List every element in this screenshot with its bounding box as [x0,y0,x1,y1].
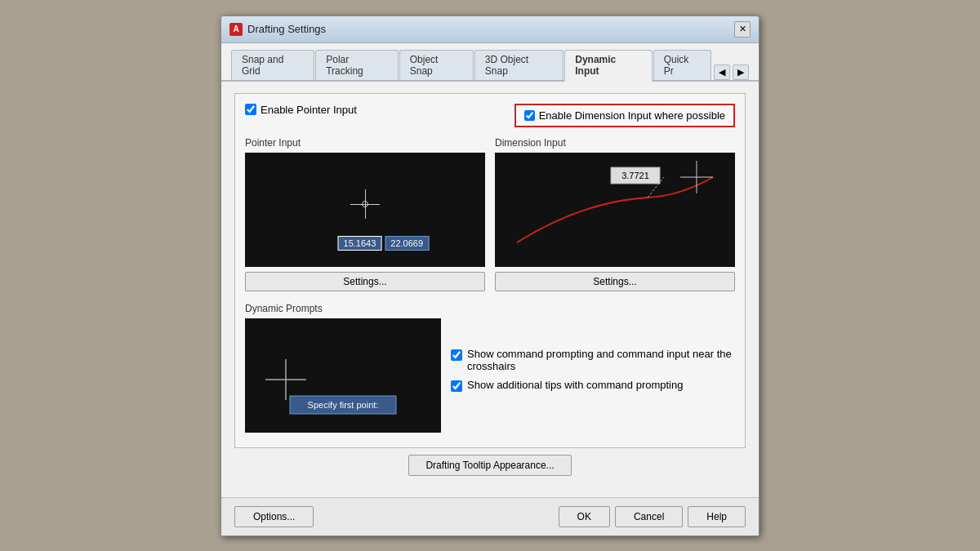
tab-object-snap[interactable]: Object Snap [399,50,474,80]
tab-next-button[interactable]: ▶ [733,64,749,80]
tooltip-btn-row: Drafting Tooltip Appearance... [234,455,746,476]
prompts-svg: Specify first point: [245,318,441,433]
dynamic-prompts-panel: Dynamic Prompts Specify first point: [245,303,441,438]
svg-text:3.7721: 3.7721 [621,171,649,180]
input-panels: Pointer Input 15.1643 22.0669 Settings..… [245,137,735,291]
tab-quick-pr[interactable]: Quick Pr [653,50,711,80]
title-bar: A Drafting Settings ✕ [221,16,759,43]
dialog-body: Enable Pointer Input Enable Dimension In… [221,82,759,497]
help-button[interactable]: Help [688,506,746,527]
dimension-input-panel: Dimension Input [495,137,735,291]
show-command-prompting-checkbox[interactable] [451,349,462,361]
show-command-prompting-label[interactable]: Show command prompting and command input… [451,348,735,372]
tab-prev-button[interactable]: ◀ [714,64,730,80]
svg-text:Specify first point:: Specify first point: [308,400,379,410]
dynamic-prompts-label: Dynamic Prompts [245,303,441,314]
show-additional-tips-text: Show additional tips with command prompt… [467,379,683,391]
coord-box-1: 15.1643 [338,236,382,251]
close-button[interactable]: ✕ [734,21,751,38]
tab-3d-object-snap[interactable]: 3D Object Snap [474,50,564,80]
tab-bar: Snap and Grid Polar Tracking Object Snap… [221,43,759,82]
pointer-settings-button[interactable]: Settings... [245,272,485,291]
dynamic-prompts-section: Dynamic Prompts Specify first point: [245,303,735,438]
inner-content: Enable Pointer Input Enable Dimension In… [234,93,746,448]
enable-dimension-checkbox[interactable] [524,110,535,121]
dimension-settings-button[interactable]: Settings... [495,272,735,291]
dimension-input-preview: 3.7721 [495,153,735,267]
pointer-input-panel: Pointer Input 15.1643 22.0669 Settings..… [245,137,485,291]
drafting-tooltip-appearance-button[interactable]: Drafting Tooltip Appearance... [408,455,571,476]
window-title: Drafting Settings [247,23,326,35]
enable-pointer-text: Enable Pointer Input [261,104,357,116]
coord-box-2: 22.0669 [385,236,429,251]
dimension-input-label: Dimension Input [495,137,735,149]
show-additional-tips-checkbox[interactable] [451,380,462,392]
enable-pointer-checkbox[interactable] [245,104,256,115]
cancel-button[interactable]: Cancel [615,506,683,527]
enable-dimension-text: Enable Dimension Input where possible [539,109,725,122]
crosshair-circle [362,201,368,207]
top-checkboxes-row: Enable Pointer Input Enable Dimension In… [245,104,735,127]
tab-dynamic-input[interactable]: Dynamic Input [564,50,652,82]
dynamic-prompts-preview: Specify first point: [245,318,441,433]
prompt-options: Show command prompting and command input… [451,303,735,438]
tab-polar-tracking[interactable]: Polar Tracking [315,50,399,80]
title-bar-left: A Drafting Settings [229,23,326,36]
options-button[interactable]: Options... [234,506,314,527]
show-command-prompting-text: Show command prompting and command input… [467,348,735,372]
show-additional-tips-label[interactable]: Show additional tips with command prompt… [451,379,735,392]
enable-dimension-box: Enable Dimension Input where possible [514,104,735,127]
tab-snap-and-grid[interactable]: Snap and Grid [231,50,314,80]
app-icon: A [229,23,243,36]
pointer-input-preview: 15.1643 22.0669 [245,153,485,267]
enable-pointer-label[interactable]: Enable Pointer Input [245,104,514,116]
ok-button[interactable]: OK [559,506,610,527]
drafting-settings-dialog: A Drafting Settings ✕ Snap and Grid Pola… [220,16,760,536]
footer-right-buttons: OK Cancel Help [559,506,746,527]
enable-pointer-section: Enable Pointer Input [245,104,514,116]
coord-input-boxes: 15.1643 22.0669 [338,236,430,251]
dialog-footer: Options... OK Cancel Help [221,497,759,535]
dimension-svg: 3.7721 [495,153,735,267]
pointer-input-label: Pointer Input [245,137,485,149]
